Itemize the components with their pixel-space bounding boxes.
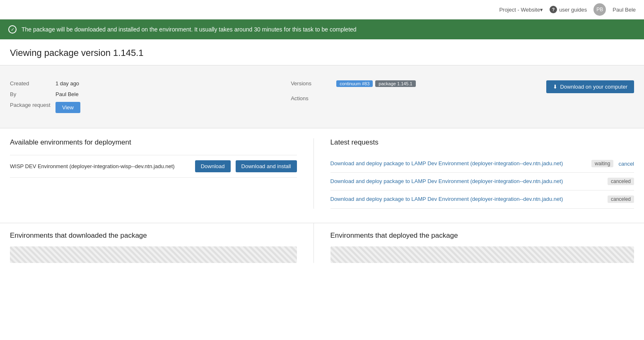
downloaded-section: Environments that downloaded the package [10,223,314,263]
info-section: Created 1 day ago By Paul Bele Package r… [0,65,644,128]
downloaded-title: Environments that downloaded the package [10,231,297,240]
by-value: Paul Bele [55,91,79,97]
downloaded-placeholder [10,246,297,263]
request-item: Download and deploy package to LAMP Dev … [330,173,634,190]
main-content: Available environments for deployment WI… [0,128,644,219]
created-row: Created 1 day ago [10,80,291,91]
help-icon: ? [550,6,557,13]
versions-row: Versions continuum #83 package 1.145.1 A… [291,80,634,106]
deployed-title: Environments that deployed the package [330,231,634,240]
package-request-row: Package request View [10,102,291,113]
package-request-label: Package request [10,102,55,108]
versions-col: Versions continuum #83 package 1.145.1 A… [291,80,518,106]
status-badge: canceled [608,178,634,185]
environment-row: WISP DEV Environment (deployer-integrati… [10,155,297,178]
cancel-link[interactable]: cancel [618,161,634,167]
environment-name: WISP DEV Environment (deployer-integrati… [10,163,190,169]
download-computer-button[interactable]: ⬇ Download on your computer [546,80,634,93]
request-link[interactable]: Download and deploy package to LAMP Dev … [330,195,603,203]
right-actions: ⬇ Download on your computer [518,80,634,106]
deployed-section: Environments that deployed the package [330,223,634,263]
info-left: Created 1 day ago By Paul Bele Package r… [10,80,291,113]
versions-badges: continuum #83 package 1.145.1 [336,80,416,87]
by-label: By [10,91,55,97]
latest-requests-title: Latest requests [330,138,634,147]
status-badge: canceled [608,195,634,203]
download-icon: ⬇ [553,84,557,90]
check-icon: ✓ [8,25,17,34]
user-name: Paul Bele [613,7,636,13]
page-title: Viewing package version 1.145.1 [10,48,634,58]
requests-list: Download and deploy package to LAMP Dev … [330,155,634,209]
info-right: Versions continuum #83 package 1.145.1 A… [291,80,634,113]
download-button[interactable]: Download [195,160,231,172]
top-nav: Project - Website▾ ? user guides PB Paul… [0,0,644,19]
project-dropdown-arrow[interactable]: ▾ [540,7,543,13]
request-item: Download and deploy package to LAMP Dev … [330,155,634,173]
banner-message: The package will be downloaded and insta… [22,26,357,33]
created-value: 1 day ago [55,80,79,87]
badge-continuum: continuum #83 [336,80,373,87]
project-label[interactable]: Project - Website▾ [499,7,543,13]
actions-label: Actions [291,95,336,101]
page-title-section: Viewing package version 1.145.1 [0,39,644,65]
available-environments-title: Available environments for deployment [10,138,297,147]
badge-package: package 1.145.1 [375,80,415,87]
download-install-button[interactable]: Download and install [236,160,297,172]
available-environments-section: Available environments for deployment WI… [10,138,314,209]
view-button[interactable]: View [55,102,80,113]
bottom-sections: Environments that downloaded the package… [0,223,644,273]
request-item: Download and deploy package to LAMP Dev … [330,190,634,208]
request-link[interactable]: Download and deploy package to LAMP Dev … [330,160,587,167]
avatar: PB [593,3,606,16]
latest-requests-section: Latest requests Download and deploy pack… [330,138,634,209]
created-label: Created [10,80,55,87]
user-guides-button[interactable]: ? user guides [550,6,587,13]
status-badge: waiting [591,160,613,167]
deployed-placeholder [330,246,634,263]
versions-label: Versions [291,80,336,87]
by-row: By Paul Bele [10,91,291,102]
request-link[interactable]: Download and deploy package to LAMP Dev … [330,178,603,185]
success-banner: ✓ The package will be downloaded and ins… [0,19,644,39]
